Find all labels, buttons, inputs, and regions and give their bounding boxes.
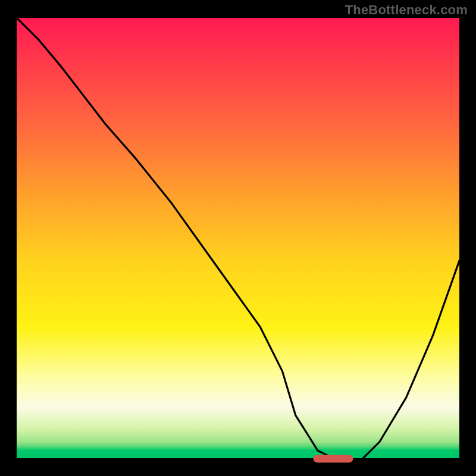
watermark-text: TheBottleneck.com — [345, 2, 468, 18]
optimal-marker — [314, 455, 353, 463]
chart-svg — [17, 18, 459, 459]
chart-frame: TheBottleneck.com — [0, 0, 476, 476]
series-line — [17, 18, 459, 459]
plot-area — [17, 18, 459, 459]
